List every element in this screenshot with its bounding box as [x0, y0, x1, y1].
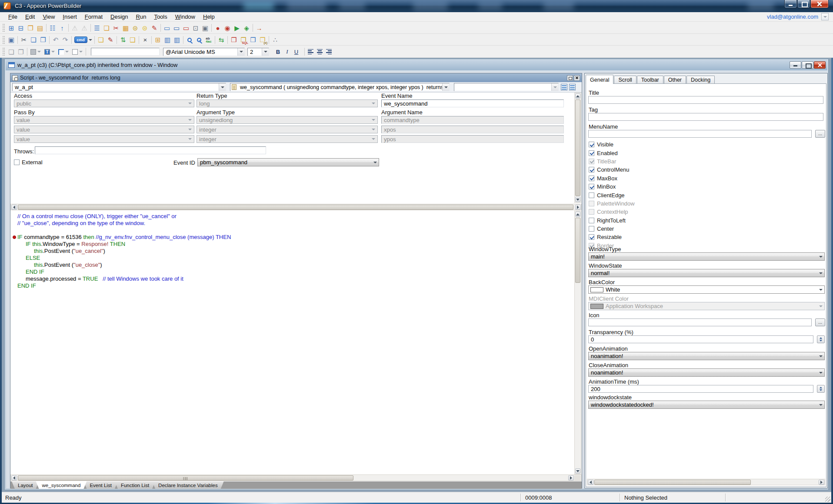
windowstate-select[interactable]: normal!	[588, 269, 825, 277]
script-view-close-button[interactable]	[574, 75, 580, 81]
menuname-browse-button[interactable]: ...	[815, 130, 825, 138]
close-button[interactable]	[810, 0, 829, 8]
deploy-button[interactable]: ↑	[57, 23, 67, 33]
clip-sql-button[interactable]: ❒SQL	[239, 35, 248, 44]
arg-type-select-commandtype[interactable]: unsignedlong	[197, 116, 378, 124]
close-button[interactable]: ×	[140, 35, 150, 44]
scroll-left-icon[interactable]	[11, 205, 17, 210]
layer-dropdown[interactable]	[30, 49, 42, 55]
zoom-select-button[interactable]	[194, 35, 204, 44]
output-window-button[interactable]: ▦	[121, 23, 130, 33]
align-center-button[interactable]	[315, 47, 324, 56]
menu-tools[interactable]: Tools	[150, 13, 171, 21]
cut-button[interactable]: ✂	[19, 35, 29, 44]
page-zero-button[interactable]: ▥	[172, 35, 182, 44]
menu-format[interactable]: Format	[81, 13, 107, 21]
align-objects-button[interactable]: ❏	[7, 47, 16, 56]
edit-button[interactable]: ✎	[150, 23, 159, 33]
share-button[interactable]: ∴	[270, 35, 280, 44]
scrollbar-thumb[interactable]	[575, 218, 580, 283]
menu-run[interactable]: Run	[132, 13, 150, 21]
transparency-spinner[interactable]	[817, 335, 825, 343]
scroll-up-icon[interactable]	[575, 212, 580, 217]
child-restore-button[interactable]	[802, 61, 813, 69]
controlmenu-checkbox[interactable]	[589, 167, 594, 172]
arg-name-input-commandtype[interactable]: commandtype	[381, 116, 564, 124]
text-compare-button[interactable]: ab4ac	[204, 35, 213, 44]
arg-name-input-xpos[interactable]: xpos	[381, 126, 564, 133]
code-editor[interactable]: // On a control menu close (ONLY), trigg…	[10, 211, 574, 474]
visible-checkbox[interactable]	[589, 142, 594, 147]
menu-insert[interactable]: Insert	[59, 13, 81, 21]
account-dropdown-button[interactable]	[821, 13, 829, 20]
to-do-list-button[interactable]: ☰	[92, 23, 102, 33]
database-button[interactable]: ⊜	[140, 23, 150, 33]
find-button[interactable]: ❑	[128, 35, 137, 44]
event-id-select[interactable]: pbm_syscommand	[197, 158, 379, 166]
scroll-down-icon[interactable]	[575, 468, 580, 474]
scroll-left-icon[interactable]	[11, 475, 17, 481]
breakpoint-icon[interactable]	[13, 235, 16, 239]
windowdockstate-select[interactable]: windowdockstatedocked!	[588, 401, 825, 409]
scrollbar-thumb[interactable]	[18, 205, 573, 210]
db-profile-button[interactable]: ⊜	[130, 23, 140, 33]
animationtime-spinner[interactable]	[817, 385, 825, 393]
event-name-input[interactable]: we_syscommand	[381, 99, 564, 107]
show-prototype-toggle[interactable]	[561, 84, 567, 90]
new-remote-window-button[interactable]: ▭	[162, 23, 172, 33]
scroll-right-icon[interactable]	[819, 480, 824, 485]
space-objects-button[interactable]: ❐	[16, 47, 26, 56]
exit-button[interactable]: →	[254, 23, 264, 33]
debug-button[interactable]: ●	[213, 23, 223, 33]
font-size-select[interactable]: 2	[247, 48, 269, 56]
background-color-dropdown[interactable]	[71, 49, 83, 55]
border-style-dropdown[interactable]	[57, 49, 70, 55]
open-button[interactable]: ❐	[26, 23, 35, 33]
maxbox-checkbox[interactable]	[589, 176, 594, 181]
tab-docking[interactable]: Docking	[686, 76, 715, 83]
animationtime-input[interactable]: 200	[588, 385, 813, 393]
account-label[interactable]: vlad@atgonline.com	[767, 13, 818, 20]
freeform-window-button[interactable]: ⊡	[191, 23, 200, 33]
zoom-button[interactable]	[185, 35, 194, 44]
scroll-down-icon[interactable]	[575, 197, 580, 202]
minbox-checkbox[interactable]	[589, 184, 594, 189]
tag-input[interactable]	[588, 113, 823, 121]
clip-grid-button[interactable]: ❒	[248, 35, 258, 44]
prototype-horizontal-scrollbar[interactable]	[10, 204, 582, 210]
arg-type-select-xpos[interactable]: integer	[197, 126, 378, 133]
tab-function-list[interactable]: Function List	[115, 481, 155, 489]
return-type-select[interactable]: long	[197, 99, 378, 107]
align-right-button[interactable]	[324, 47, 333, 56]
scroll-right-icon[interactable]	[575, 205, 581, 210]
child-close-button[interactable]	[814, 61, 826, 69]
clip-x-button[interactable]: ❒(x)	[258, 35, 267, 44]
menu-view[interactable]: View	[39, 13, 59, 21]
resize-grip[interactable]	[825, 497, 830, 502]
title-input[interactable]	[588, 96, 823, 104]
scroll-left-icon[interactable]	[588, 480, 593, 485]
tab-declare-instance-variables[interactable]: Declare Instance Variables	[152, 481, 224, 489]
clientedge-checkbox[interactable]	[589, 192, 594, 198]
stop-window-button[interactable]: ▣	[200, 23, 210, 33]
resizable-checkbox[interactable]	[589, 234, 594, 240]
run-button[interactable]: ▶	[232, 23, 242, 33]
tab-general[interactable]: General	[586, 75, 613, 84]
redo-button[interactable]: ↷	[60, 35, 70, 44]
icon-browse-button[interactable]: ...	[815, 318, 825, 326]
arg-passby-select-commandtype[interactable]: value	[14, 116, 194, 124]
backcolor-select[interactable]: White	[588, 285, 825, 294]
scroll-up-icon[interactable]	[575, 93, 580, 99]
closeanimation-select[interactable]: noanimation!	[588, 368, 825, 377]
minimize-button[interactable]	[784, 0, 797, 8]
arg-passby-select-ypos[interactable]: value	[14, 135, 194, 143]
inherit-button[interactable]: ⊟	[16, 23, 26, 33]
underline-button[interactable]: U	[292, 47, 301, 56]
show-list-toggle[interactable]	[569, 84, 576, 90]
tab-layout[interactable]: Layout	[12, 481, 39, 489]
script-view-header[interactable]: Script - we_syscommand for returns long	[10, 73, 582, 82]
object-select[interactable]: w_a_pt	[12, 83, 226, 91]
align-left-button[interactable]	[306, 47, 315, 56]
clip-window-button[interactable]: ✂	[111, 23, 121, 33]
select-and-debug-button[interactable]: ◉	[223, 23, 232, 33]
